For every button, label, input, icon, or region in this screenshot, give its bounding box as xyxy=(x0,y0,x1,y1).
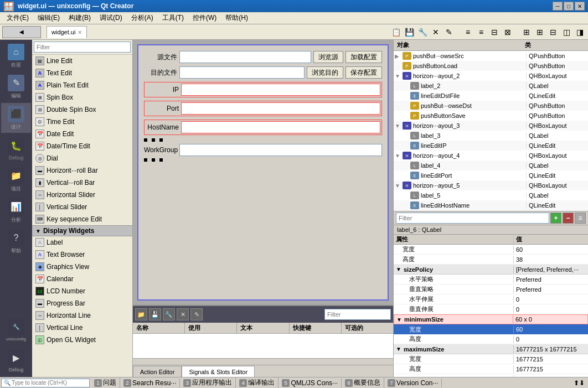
widget-item-keyseq-edit[interactable]: ⌨ Key sequence Edit xyxy=(32,213,132,225)
sidebar-unixconfig[interactable]: 🔧 unixconfig xyxy=(1,315,31,345)
tab-signals-slots[interactable]: Signals & Slots Editor xyxy=(182,366,255,377)
widget-filter-input[interactable] xyxy=(34,42,131,53)
display-widgets-category[interactable]: ▼ Display Widgets xyxy=(32,225,132,236)
widget-item-text-edit[interactable]: A Text Edit xyxy=(32,67,132,79)
prop-row-maxwidth[interactable]: 宽度 16777215 xyxy=(394,354,588,364)
toolbar-btn-4[interactable]: ✕ xyxy=(430,26,442,38)
prop-row-height1[interactable]: 高度 38 xyxy=(394,255,588,265)
status-version[interactable]: 7 Version Con··· xyxy=(384,379,442,387)
toolbar-back-btn[interactable]: ◀ xyxy=(2,26,41,38)
tree-row-layout4[interactable]: ▼ H horizon···ayout_4 QHBoxLayout xyxy=(394,151,588,161)
menu-file[interactable]: 文件(E) xyxy=(2,12,33,24)
design-form-widget[interactable]: 源文件 浏览源 加载配置 目的文件 浏览目的 保存配置 IP xyxy=(137,44,389,301)
status-search-results[interactable]: 2 Search Resu··· xyxy=(120,379,180,387)
bottom-filter-input[interactable] xyxy=(324,309,391,320)
tab-close-icon[interactable]: ✕ xyxy=(78,29,82,35)
widget-item-vline[interactable]: │ Vertical Line xyxy=(32,322,132,334)
toolbar-btn-2[interactable]: 💾 xyxy=(403,26,415,38)
source-input[interactable] xyxy=(179,51,311,63)
tree-row-label4[interactable]: L label_4 QLabel xyxy=(394,161,588,170)
prop-row-minheight[interactable]: 高度 0 xyxy=(394,334,588,344)
prop-filter-input[interactable] xyxy=(396,213,549,224)
design-canvas-area[interactable]: 源文件 浏览源 加载配置 目的文件 浏览目的 保存配置 IP xyxy=(133,40,393,305)
toolbar-align-1[interactable]: ≡ xyxy=(462,26,474,38)
tree-row-layout6[interactable]: ▼ H horizon···ayout_6 QHBoxLayout xyxy=(394,210,588,211)
widget-item-double-spin-box[interactable]: ⊟ Double Spin Box xyxy=(32,104,132,116)
toolbar-btn-3[interactable]: 🔧 xyxy=(416,26,429,38)
widget-item-time-edit[interactable]: ⊙ Time Edit xyxy=(32,116,132,128)
prop-row-sizeincrement[interactable]: ▶ sizeIncrement 0 x 0 xyxy=(394,374,588,377)
widget-item-progress-bar[interactable]: ▬ Progress Bar xyxy=(32,297,132,309)
hscrollbar[interactable] xyxy=(133,358,393,365)
toolbar-grid-2[interactable]: ⊞ xyxy=(534,26,546,38)
bottom-tb-stop[interactable]: ✕ xyxy=(177,308,189,320)
widget-item-label[interactable]: A Label xyxy=(32,236,132,249)
sidebar-debug[interactable]: 🐛 Debug xyxy=(1,134,31,164)
tree-row-layout3[interactable]: ▼ H horizon···ayout_3 QHBoxLayout xyxy=(394,121,588,131)
toolbar-grid-3[interactable]: ⊟ xyxy=(547,26,559,38)
tree-row-layout2[interactable]: ▼ H horizon···ayout_2 QHBoxLayout xyxy=(394,71,588,81)
tree-row-layout5[interactable]: ▼ H horizon···ayout_5 QHBoxLayout xyxy=(394,180,588,190)
widget-item-hscrollbar[interactable]: ▬ Horizont···roll Bar xyxy=(32,164,132,177)
toolbar-align-2[interactable]: ≡ xyxy=(475,26,487,38)
status-compile-output[interactable]: 4 编译输出 xyxy=(236,377,278,388)
tab-action-editor[interactable]: Action Editor xyxy=(133,366,182,377)
prop-row-sizepolicy[interactable]: ▼ sizePolicy [Preferred, Preferred,··· xyxy=(394,265,588,275)
sidebar-debug2[interactable]: ▶ Debug xyxy=(1,346,31,376)
toolbar-align-3[interactable]: ⊟ xyxy=(488,26,501,38)
prop-row-hpolicy[interactable]: 水平策略 Preferred xyxy=(394,275,588,284)
sidebar-edit[interactable]: ✎ 编辑 xyxy=(1,72,31,102)
action-table-body[interactable] xyxy=(133,334,393,365)
prop-filter-add-btn[interactable]: + xyxy=(550,213,561,224)
object-tree[interactable]: ▶ P pushBut···owseSrc QPushButton P push… xyxy=(394,51,588,211)
dest-input[interactable] xyxy=(179,66,305,79)
browse-source-button[interactable]: 浏览源 xyxy=(313,51,343,63)
load-config-button[interactable]: 加载配置 xyxy=(345,51,382,63)
prop-table[interactable]: 宽度 60 高度 38 ▼ sizePolicy [Preferred, Pre… xyxy=(394,245,588,377)
status-issues[interactable]: 1 问题 xyxy=(91,377,120,388)
status-app-output[interactable]: 3 应用程序输出 xyxy=(180,377,236,388)
sidebar-welcome[interactable]: ⌂ 欢迎 xyxy=(1,41,31,71)
toolbar-align-4[interactable]: ⊠ xyxy=(502,26,514,38)
tree-row-lineeditdst[interactable]: E lineEditDstFile QLineEdit xyxy=(394,91,588,101)
toolbar-grid-4[interactable]: ◫ xyxy=(560,26,572,38)
widget-item-calendar[interactable]: 📅 Calendar xyxy=(32,273,132,285)
widget-item-spin-box[interactable]: ⊞ Spin Box xyxy=(32,91,132,104)
tab-widget-ui[interactable]: widget.ui ✕ xyxy=(47,26,87,38)
menu-debug[interactable]: 调试(D) xyxy=(95,12,127,24)
tree-row-label2[interactable]: L label_2 QLabel xyxy=(394,81,588,91)
status-qml-console[interactable]: 5 QML/JS Cons··· xyxy=(278,379,342,387)
toolbar-btn-5[interactable]: ✎ xyxy=(443,26,455,38)
prop-row-minsize[interactable]: ▼ minimumSize 60 x 0 xyxy=(394,314,588,324)
prop-row-vpolicy[interactable]: 垂直策略 Preferred xyxy=(394,284,588,294)
widget-item-vscrollbar[interactable]: ▮ Vertical···roll Bar xyxy=(32,177,132,189)
prop-filter-remove-btn[interactable]: − xyxy=(563,213,574,224)
widget-item-vslider[interactable]: │ Vertical Slider xyxy=(32,201,132,213)
menu-tools[interactable]: 工具(T) xyxy=(158,12,188,24)
widget-item-dial[interactable]: ◎ Dial xyxy=(32,152,132,164)
menu-analyze[interactable]: 分析(A) xyxy=(127,12,158,24)
sidebar-project[interactable]: 📁 项目 xyxy=(1,165,31,195)
prop-row-maxsize[interactable]: ▼ maximumSize 16777215 x 16777215 xyxy=(394,344,588,354)
widget-item-opengl[interactable]: ◫ Open GL Widget xyxy=(32,334,132,346)
tree-row-lineeditport[interactable]: E lineEditPort QLineEdit xyxy=(394,170,588,180)
status-summary[interactable]: 6 概要信息 xyxy=(342,377,384,388)
tree-row-label3[interactable]: L label_3 QLabel xyxy=(394,131,588,141)
sidebar-help[interactable]: ? 帮助 xyxy=(1,227,31,257)
sidebar-design[interactable]: ⬛ 设计 xyxy=(1,103,31,133)
tree-row-pushbutdst[interactable]: P pushBut···owseDst QPushButton xyxy=(394,101,588,111)
widget-item-plain-text-edit[interactable]: A Plain Text Edit xyxy=(32,79,132,91)
bottom-tb-edit[interactable]: ✎ xyxy=(190,308,203,320)
bottom-tb-save[interactable]: 💾 xyxy=(149,308,161,320)
widget-item-hslider[interactable]: ─ Horizontal Slider xyxy=(32,189,132,201)
toolbar-grid-5[interactable]: ◨ xyxy=(574,26,586,38)
minimize-button[interactable]: ─ xyxy=(553,2,563,11)
widget-item-hline[interactable]: ─ Horizontal Line xyxy=(32,309,132,322)
menu-controls[interactable]: 控件(W) xyxy=(188,12,221,24)
tree-row-lineeditip[interactable]: E lineEditIP QLineEdit xyxy=(394,141,588,151)
menu-edit[interactable]: 编辑(E) xyxy=(33,12,64,24)
status-arrow[interactable]: ⬆⬇ xyxy=(570,379,588,387)
toolbar-btn-1[interactable]: 📋 xyxy=(390,26,402,38)
bottom-tb-build[interactable]: 🔧 xyxy=(163,308,175,320)
close-button[interactable]: ✕ xyxy=(575,2,585,11)
